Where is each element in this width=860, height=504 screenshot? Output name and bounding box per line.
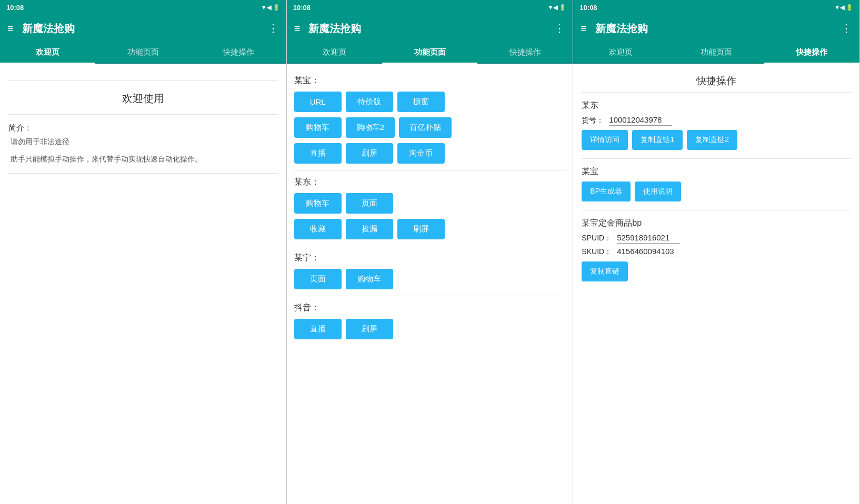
- panel-welcome: 10:08 ▼◀ 🔋 ≡ 新魔法抢购 ⋮ 欢迎页 功能页面 快捷操作 欢迎使用 …: [0, 0, 287, 504]
- btn-grid-0-0: URL特价版橱窗: [294, 92, 566, 112]
- action-btn-BP生成器[interactable]: BP生成器: [582, 182, 631, 201]
- tab-welcome-2[interactable]: 欢迎页: [287, 42, 382, 63]
- func-btn-捡漏[interactable]: 捡漏: [346, 219, 393, 239]
- intro-text: 请勿用于非法途径: [8, 137, 278, 147]
- btn-grid-0-2: 直播刷屏淘金币: [294, 143, 566, 164]
- section-divider-3: [294, 296, 566, 296]
- quick-divider-1: [582, 210, 851, 210]
- func-btn-购物车[interactable]: 购物车: [294, 193, 342, 214]
- status-bar-3: 10:08 ▼◀ 🔋: [573, 0, 859, 15]
- battery-icon-3: 🔋: [846, 4, 853, 11]
- field-row-2-0: SPUID：525918916021: [582, 233, 851, 244]
- action-btn-复制直链[interactable]: 复制直链: [582, 261, 628, 281]
- quick-section-title-2: 某宝定金商品bp: [582, 218, 851, 229]
- divider-bot: [8, 173, 278, 174]
- battery-icon-1: 🔋: [273, 4, 280, 11]
- btn-grid-2-0: 页面购物车: [294, 269, 566, 289]
- func-btn-页面[interactable]: 页面: [346, 193, 393, 214]
- quick-ops-title: 快捷操作: [582, 69, 851, 93]
- func-btn-百亿补贴[interactable]: 百亿补贴: [399, 117, 452, 138]
- status-time-2: 10:08: [293, 4, 311, 12]
- section-title-1: 某东：: [294, 177, 566, 188]
- quick-btn-row-1: BP生成器使用说明: [582, 182, 851, 201]
- menu-icon-2[interactable]: ≡: [294, 23, 301, 35]
- more-icon-2[interactable]: ⋮: [554, 22, 565, 35]
- quick-section-title-1: 某宝: [582, 166, 851, 177]
- action-btn-复制直链2[interactable]: 复制直链2: [687, 130, 737, 150]
- func-btn-特价版[interactable]: 特价版: [346, 92, 393, 112]
- action-btn-复制直链1[interactable]: 复制直链1: [632, 130, 683, 150]
- tab-bar-1: 欢迎页 功能页面 快捷操作: [0, 42, 286, 64]
- battery-icon-2: 🔋: [559, 4, 566, 11]
- tab-quick-3[interactable]: 快捷操作: [764, 42, 859, 63]
- action-btn-使用说明[interactable]: 使用说明: [635, 182, 681, 201]
- func-btn-刷屏[interactable]: 刷屏: [397, 219, 445, 239]
- status-icons-3: ▼◀ 🔋: [834, 4, 853, 11]
- func-btn-购物车2[interactable]: 购物车2: [346, 117, 395, 138]
- field-value-0-0: 100012043978: [609, 115, 672, 126]
- app-title-2: 新魔法抢购: [308, 22, 545, 36]
- tab-functions-3[interactable]: 功能页面: [669, 42, 764, 63]
- status-bar-2: 10:08 ▼◀ 🔋: [287, 0, 573, 15]
- field-value-2-1: 4156460094103: [617, 247, 680, 257]
- quick-btn-row-0: 详情访问复制直链1复制直链2: [582, 130, 851, 150]
- tab-functions-1[interactable]: 功能页面: [95, 42, 191, 63]
- status-bar-1: 10:08 ▼◀ 🔋: [0, 0, 286, 15]
- func-btn-淘金币[interactable]: 淘金币: [397, 143, 445, 164]
- section-title-3: 抖音：: [294, 303, 566, 314]
- signal-icon-1: ▼◀: [261, 4, 271, 11]
- func-btn-购物车[interactable]: 购物车: [346, 269, 393, 289]
- menu-icon-3[interactable]: ≡: [581, 23, 587, 35]
- tab-welcome-3[interactable]: 欢迎页: [573, 42, 668, 63]
- status-time-3: 10:08: [579, 4, 597, 12]
- field-label-2-0: SPUID：: [582, 234, 612, 243]
- btn-grid-0-1: 购物车购物车2百亿补贴: [294, 117, 566, 138]
- status-icons-1: ▼◀ 🔋: [261, 4, 280, 11]
- tab-functions-2[interactable]: 功能页面: [382, 42, 477, 63]
- app-title-1: 新魔法抢购: [22, 22, 259, 36]
- app-bar-1: ≡ 新魔法抢购 ⋮: [0, 15, 286, 42]
- more-icon-1[interactable]: ⋮: [267, 22, 279, 35]
- divider-top: [8, 80, 278, 81]
- func-btn-URL[interactable]: URL: [294, 92, 342, 112]
- field-row-2-1: SKUID：4156460094103: [582, 247, 851, 257]
- tab-bar-3: 欢迎页 功能页面 快捷操作: [573, 42, 859, 64]
- field-label-0-0: 货号：: [582, 116, 604, 125]
- func-btn-刷屏[interactable]: 刷屏: [346, 143, 393, 164]
- func-btn-页面[interactable]: 页面: [294, 269, 342, 289]
- field-value-2-0: 525918916021: [617, 233, 680, 244]
- quickops-content: 快捷操作某东货号：100012043978详情访问复制直链1复制直链2某宝BP生…: [573, 64, 859, 504]
- func-btn-刷屏[interactable]: 刷屏: [346, 319, 393, 339]
- app-bar-2: ≡ 新魔法抢购 ⋮: [287, 15, 573, 42]
- quick-section-title-0: 某东: [582, 100, 851, 111]
- app-title-3: 新魔法抢购: [595, 22, 832, 36]
- menu-icon-1[interactable]: ≡: [7, 23, 14, 35]
- section-title-2: 某宁：: [294, 253, 566, 264]
- tab-quick-2[interactable]: 快捷操作: [477, 42, 573, 63]
- section-title-0: 某宝：: [294, 75, 566, 86]
- welcome-content: 欢迎使用 简介： 请勿用于非法途径 助手只能模拟手动操作，来代替手动实现快速自动…: [0, 64, 286, 504]
- more-icon-3[interactable]: ⋮: [841, 22, 852, 35]
- btn-grid-3-0: 直播刷屏: [294, 319, 566, 339]
- signal-icon-3: ▼◀: [834, 4, 844, 11]
- status-icons-2: ▼◀ 🔋: [547, 4, 566, 11]
- tab-quick-1[interactable]: 快捷操作: [191, 42, 286, 63]
- func-btn-收藏[interactable]: 收藏: [294, 219, 342, 239]
- action-btn-详情访问[interactable]: 详情访问: [582, 130, 628, 150]
- func-btn-橱窗[interactable]: 橱窗: [397, 92, 445, 112]
- quick-section-0: 某东货号：100012043978详情访问复制直链1复制直链2: [582, 100, 851, 150]
- intro-desc: 助手只能模拟手动操作，来代替手动实现快速自动化操作。: [8, 153, 278, 165]
- field-label-2-1: SKUID：: [582, 247, 612, 257]
- signal-icon-2: ▼◀: [547, 4, 557, 11]
- panel-quickops: 10:08 ▼◀ 🔋 ≡ 新魔法抢购 ⋮ 欢迎页 功能页面 快捷操作 快捷操作某…: [573, 0, 860, 504]
- func-btn-购物车[interactable]: 购物车: [294, 117, 342, 138]
- tab-welcome-1[interactable]: 欢迎页: [0, 42, 95, 63]
- func-btn-直播[interactable]: 直播: [294, 143, 342, 164]
- functions-content: 某宝：URL特价版橱窗购物车购物车2百亿补贴直播刷屏淘金币某东：购物车页面收藏捡…: [287, 64, 573, 504]
- btn-grid-1-0: 购物车页面: [294, 193, 566, 214]
- section-divider-1: [294, 170, 566, 170]
- quick-btn-row-2: 复制直链: [582, 261, 851, 281]
- func-btn-直播[interactable]: 直播: [294, 319, 342, 339]
- quick-section-2: 某宝定金商品bpSPUID：525918916021SKUID：41564600…: [582, 218, 851, 281]
- quick-divider-0: [582, 158, 851, 159]
